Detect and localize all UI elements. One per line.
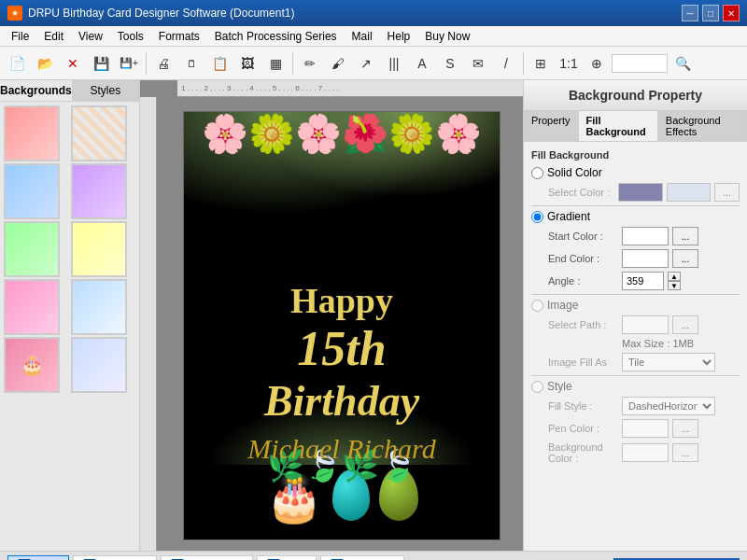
image-label[interactable]: Image	[547, 299, 578, 312]
separator-3	[523, 52, 524, 75]
bg-thumbnail-1[interactable]	[4, 105, 60, 161]
toolbar: 📄 📂 ✕ 💾 💾+ 🖨 🗒 📋 🖼 ▦ ✏ 🖌 ↗ ||| A S ✉ / ⊞…	[0, 47, 747, 80]
angle-up-btn[interactable]: ▲	[668, 272, 681, 281]
zoom-out-button[interactable]: 🔍	[669, 50, 696, 77]
start-color-browse[interactable]: ...	[672, 227, 698, 245]
angle-spinner: ▲ ▼	[668, 272, 681, 290]
email-button[interactable]: ✉	[465, 50, 491, 77]
bg-thumbnail-4[interactable]	[71, 163, 127, 219]
zoom-input[interactable]: 150%	[612, 54, 668, 73]
text-button[interactable]: A	[409, 50, 435, 77]
menu-edit[interactable]: Edit	[36, 28, 71, 45]
menu-batch[interactable]: Batch Processing Series	[207, 28, 345, 45]
solid-color-row: Solid Color	[531, 166, 740, 179]
angle-label: Angle :	[548, 275, 618, 287]
select-color-box-2[interactable]	[667, 183, 712, 202]
select-color-label: Select Color :	[548, 187, 614, 198]
ruler-vertical	[140, 97, 157, 551]
fill-style-dropdown: DashedHorizontal	[622, 397, 715, 415]
menu-tools[interactable]: Tools	[110, 28, 151, 45]
bg-thumbnail-6[interactable]	[71, 221, 127, 277]
back-tab[interactable]: Back	[257, 555, 317, 561]
bg-thumbnail-8[interactable]	[71, 279, 127, 335]
fill-style-label: Fill Style :	[548, 400, 618, 412]
gradient-label[interactable]: Gradient	[547, 210, 590, 223]
right-panel-title: Background Property	[535, 88, 736, 103]
start-color-box[interactable]	[622, 227, 669, 245]
properties-tab[interactable]: Properties	[320, 555, 404, 561]
inside-left-tab[interactable]: Inside Left	[73, 555, 158, 561]
right-panel-header: Background Property	[524, 80, 747, 111]
image-radio[interactable]	[531, 300, 543, 312]
minimize-button[interactable]: ─	[682, 5, 698, 21]
barcode-button[interactable]: ▦	[262, 50, 289, 77]
close-doc-button[interactable]: ✕	[60, 50, 86, 77]
styles-tab[interactable]: Styles	[73, 80, 139, 101]
line-button[interactable]: /	[493, 50, 519, 77]
backgrounds-tab[interactable]: Backgrounds	[0, 80, 73, 101]
select-path-label: Select Path :	[548, 319, 618, 330]
zoom-in-button[interactable]: ⊕	[584, 50, 610, 77]
solid-color-label[interactable]: Solid Color	[547, 166, 602, 179]
solid-color-radio[interactable]	[531, 167, 543, 179]
select-color-browse-btn[interactable]: ...	[714, 183, 740, 202]
image-button[interactable]: 🖼	[234, 50, 261, 77]
bg-thumbnail-3[interactable]	[4, 163, 60, 219]
new-button[interactable]: 📄	[4, 50, 30, 77]
bg-thumbnail-9[interactable]: 🎂	[4, 337, 60, 393]
page-setup-button[interactable]: 📋	[206, 50, 233, 77]
print-preview-button[interactable]: 🗒	[178, 50, 204, 77]
bg-thumbnail-2[interactable]	[71, 105, 127, 161]
angle-input[interactable]	[622, 272, 664, 290]
property-tab[interactable]: Property	[524, 111, 579, 141]
inside-right-tab[interactable]: Inside Right	[161, 555, 252, 561]
front-tab[interactable]: Front	[7, 555, 69, 561]
print-button[interactable]: 🖨	[150, 50, 176, 77]
maximize-button[interactable]: □	[702, 5, 719, 21]
barcode2-button[interactable]: |||	[381, 50, 407, 77]
menu-mail[interactable]: Mail	[345, 28, 380, 45]
wordart-button[interactable]: S	[437, 50, 463, 77]
save-as-button[interactable]: 💾+	[116, 50, 142, 77]
end-color-box[interactable]	[622, 249, 669, 268]
backgrounds-grid: 🎂	[0, 102, 139, 397]
bg-thumbnail-7[interactable]	[4, 279, 60, 335]
gradient-radio[interactable]	[531, 211, 543, 223]
image-fill-dropdown: Tile	[622, 353, 715, 371]
bg-thumbnail-5[interactable]	[4, 221, 60, 277]
paint-button[interactable]: 🖌	[325, 50, 351, 77]
end-color-browse[interactable]: ...	[672, 249, 698, 268]
menu-view[interactable]: View	[71, 28, 110, 45]
divider-3	[531, 375, 740, 376]
separator-1	[146, 52, 147, 75]
menu-help[interactable]: Help	[380, 28, 418, 45]
select-path-row: Select Path : ...	[548, 315, 740, 334]
ratio-button[interactable]: 1:1	[556, 50, 582, 77]
angle-down-btn[interactable]: ▼	[668, 281, 681, 290]
pen-color-browse: ...	[672, 419, 698, 438]
right-panel: Background Property Property Fill Backgr…	[523, 80, 747, 551]
close-button[interactable]: ✕	[723, 5, 740, 21]
canvas-area: 1 . . . . 2 . . . . 3 . . . . 4 . . . . …	[140, 80, 523, 551]
menu-file[interactable]: File	[4, 28, 36, 45]
grid-button[interactable]: ⊞	[528, 50, 554, 77]
menu-formats[interactable]: Formats	[151, 28, 207, 45]
titlebar-left: ★ DRPU Birthday Card Designer Software (…	[7, 6, 294, 21]
select-color-row: Select Color : ...	[548, 183, 740, 202]
background-effects-tab[interactable]: Background Effects	[658, 111, 747, 141]
fill-background-tab[interactable]: Fill Background	[579, 111, 658, 141]
end-color-row: End Color : ...	[548, 249, 740, 268]
card-birthday-text: Birthday	[247, 376, 435, 426]
select-color-box[interactable]	[618, 183, 663, 202]
save-button[interactable]: 💾	[88, 50, 114, 77]
divider-1	[531, 205, 740, 206]
ruler-horizontal: 1 . . . . 2 . . . . 3 . . . . 4 . . . . …	[177, 80, 523, 97]
arrow-button[interactable]: ↗	[353, 50, 379, 77]
card-canvas: 🌸🌼🌸🌺🌼🌸 Happy 15th Birthday Michael Richa…	[183, 111, 500, 540]
pen-button[interactable]: ✏	[297, 50, 323, 77]
end-color-label: End Color :	[548, 253, 618, 264]
bg-thumbnail-10[interactable]	[71, 337, 127, 393]
bottombar: Front Inside Left Inside Right Back Prop…	[0, 551, 747, 560]
open-button[interactable]: 📂	[32, 50, 58, 77]
menu-buy[interactable]: Buy Now	[417, 28, 477, 45]
